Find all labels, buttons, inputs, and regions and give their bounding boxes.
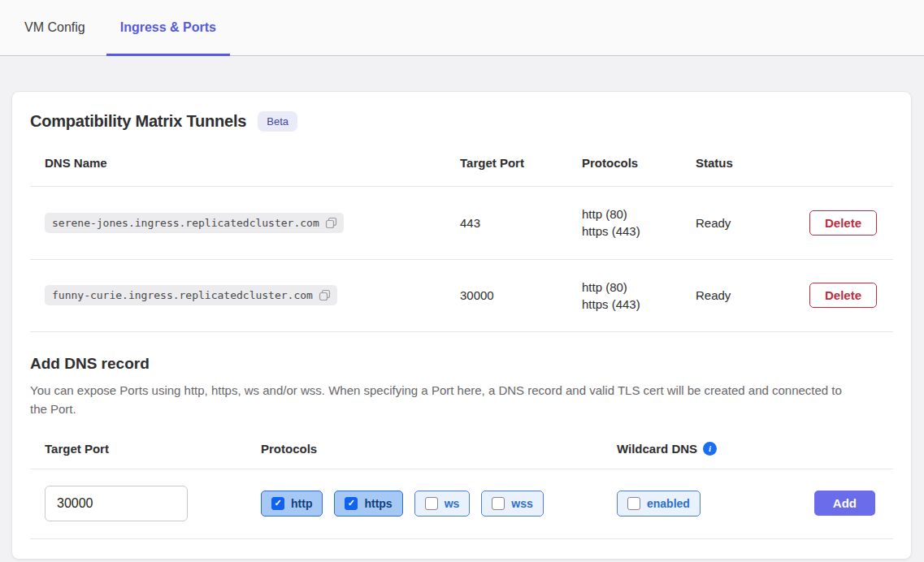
info-icon[interactable]: i bbox=[703, 442, 717, 456]
target-port-value: 443 bbox=[445, 187, 567, 260]
checkbox-icon: ✓ bbox=[271, 497, 284, 510]
col-header-dns-name: DNS Name bbox=[30, 135, 445, 187]
add-dns-form-row: ✓ http ✓ https ✓ ws ✓ wss ✓ enabled Add bbox=[30, 469, 893, 539]
protocol-option-label: http bbox=[291, 497, 312, 510]
col-header-target-port: Target Port bbox=[445, 135, 567, 187]
form-header-row: Target Port Protocols Wildcard DNS i bbox=[30, 442, 893, 469]
add-dns-description: You can expose Ports using http, https, … bbox=[30, 381, 849, 419]
target-port-input[interactable] bbox=[45, 486, 188, 521]
page-title: Compatibility Matrix Tunnels bbox=[30, 112, 246, 131]
checkbox-icon: ✓ bbox=[627, 497, 640, 510]
col-header-status: Status bbox=[681, 135, 795, 187]
protocol-line: https (443) bbox=[582, 296, 681, 313]
protocol-line: https (443) bbox=[582, 223, 681, 240]
table-row: funny-curie.ingress.replicatedcluster.co… bbox=[30, 259, 893, 332]
table-row: serene-jones.ingress.replicatedcluster.c… bbox=[30, 187, 893, 260]
status-text: Ready bbox=[681, 259, 795, 332]
tunnels-table: DNS Name Target Port Protocols Status se… bbox=[30, 135, 893, 332]
checkbox-icon: ✓ bbox=[345, 497, 358, 510]
form-label-protocols: Protocols bbox=[261, 442, 617, 456]
dns-name-pill: serene-jones.ingress.replicatedcluster.c… bbox=[45, 213, 344, 233]
protocol-option-label: ws bbox=[445, 497, 460, 510]
form-label-target-port: Target Port bbox=[45, 442, 261, 456]
protocol-checkbox-https[interactable]: ✓ https bbox=[334, 491, 402, 517]
delete-button[interactable]: Delete bbox=[809, 283, 877, 308]
protocol-line: http (80) bbox=[582, 205, 681, 223]
protocol-options: ✓ http ✓ https ✓ ws ✓ wss bbox=[261, 491, 617, 517]
col-header-protocols: Protocols bbox=[567, 135, 681, 187]
dns-name-text: funny-curie.ingress.replicatedcluster.co… bbox=[52, 289, 313, 301]
status-text: Ready bbox=[681, 187, 795, 260]
copy-icon[interactable] bbox=[319, 289, 331, 301]
beta-badge: Beta bbox=[258, 111, 297, 132]
checkbox-icon: ✓ bbox=[492, 497, 505, 510]
add-button[interactable]: Add bbox=[814, 491, 875, 516]
copy-icon[interactable] bbox=[325, 217, 337, 229]
form-label-wildcard-dns: Wildcard DNS i bbox=[617, 442, 717, 456]
wildcard-option-label: enabled bbox=[647, 497, 690, 510]
protocol-option-label: https bbox=[364, 497, 392, 510]
col-header-actions bbox=[795, 135, 893, 187]
add-dns-heading: Add DNS record bbox=[30, 355, 893, 373]
protocol-option-label: wss bbox=[511, 497, 532, 510]
tab-ingress-ports[interactable]: Ingress & Ports bbox=[106, 0, 230, 55]
dns-name-text: serene-jones.ingress.replicatedcluster.c… bbox=[52, 217, 319, 229]
protocol-checkbox-wss[interactable]: ✓ wss bbox=[481, 491, 543, 517]
target-port-value: 30000 bbox=[445, 259, 567, 332]
protocol-checkbox-http[interactable]: ✓ http bbox=[261, 491, 323, 517]
dns-name-pill: funny-curie.ingress.replicatedcluster.co… bbox=[45, 285, 337, 305]
protocols-cell: http (80) https (443) bbox=[567, 259, 681, 332]
wildcard-dns-label: Wildcard DNS bbox=[617, 442, 697, 456]
tab-vm-config[interactable]: VM Config bbox=[11, 0, 99, 55]
protocols-cell: http (80) https (443) bbox=[567, 187, 681, 260]
table-header-row: DNS Name Target Port Protocols Status bbox=[30, 135, 893, 187]
delete-button[interactable]: Delete bbox=[809, 210, 877, 236]
card-header: Compatibility Matrix Tunnels Beta bbox=[30, 111, 893, 132]
wildcard-enabled-checkbox[interactable]: ✓ enabled bbox=[617, 491, 701, 517]
protocol-line: http (80) bbox=[582, 279, 681, 296]
tunnels-card: Compatibility Matrix Tunnels Beta DNS Na… bbox=[11, 91, 912, 560]
protocol-checkbox-ws[interactable]: ✓ ws bbox=[414, 491, 471, 517]
checkbox-icon: ✓ bbox=[425, 497, 438, 510]
tab-bar: VM Config Ingress & Ports bbox=[0, 0, 924, 56]
